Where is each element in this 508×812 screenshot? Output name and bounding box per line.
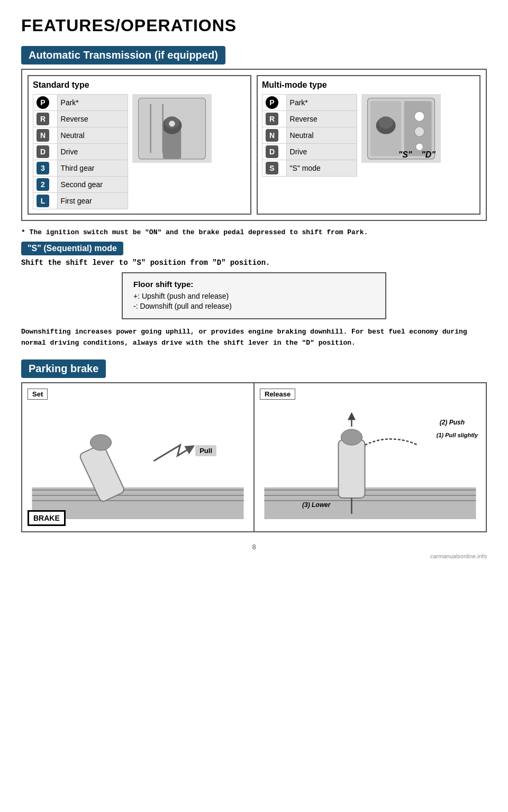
table-row: L First gear [33,193,128,209]
badge-l: L [37,195,49,207]
parking-brake-section: Parking brake Set [21,359,487,532]
table-row: P Park* [33,95,128,111]
brake-badge: BRAKE [28,510,66,526]
badge-r-multi: R [266,113,278,125]
table-row: D Drive [262,144,357,160]
gear-name-park-multi: Park* [286,95,357,111]
gear-name-drive-multi: Drive [286,144,357,160]
standard-shifter-svg [132,94,212,163]
set-label: Set [28,389,48,400]
s-label: "S" [398,150,412,159]
d-label: "D" [421,150,436,159]
parking-brake-grid: Set [21,382,487,532]
gear-name-first: First gear [57,193,128,209]
table-row: R Reverse [33,111,128,127]
svg-point-20 [90,435,112,450]
gear-name-neutral-std: Neutral [57,127,128,144]
badge-n: N [37,129,49,142]
transmission-outer-box: Standard type P Park* R Reverse N [21,69,487,221]
svg-rect-25 [339,440,365,498]
floor-shift-title: Floor shift type: [133,280,375,289]
table-row: N Neutral [262,127,357,144]
standard-type-panel: Standard type P Park* R Reverse N [28,75,251,215]
step2-label: (2) Push [440,419,465,426]
step1-label: (1) Pull slightly [437,432,478,438]
downshift-additional-text: Downshifting increases power going uphil… [21,327,487,349]
svg-point-6 [169,121,175,127]
table-row: 3 Third gear [33,160,128,177]
automatic-transmission-section: Automatic Transmission (if equipped) Sta… [21,46,487,236]
downshift-item: -: Downshift (pull and release) [133,302,375,310]
table-row: P Park* [262,95,357,111]
parking-brake-header: Parking brake [21,359,106,378]
park-note: * The ignition switch must be "ON" and t… [21,228,487,236]
table-row: S "S" mode [262,160,357,177]
gear-name-s-mode: "S" mode [286,160,357,177]
svg-point-14 [416,143,423,151]
svg-point-12 [414,112,424,121]
svg-rect-21 [265,487,476,519]
floor-shift-box: Floor shift type: +: Upshift (push and r… [122,272,386,319]
page-number: 8 [21,543,487,551]
svg-point-11 [378,116,393,128]
badge-s-multi: S [266,162,278,174]
standard-gear-table: P Park* R Reverse N Neutral D [33,94,128,209]
gear-name-neutral-multi: Neutral [286,127,357,144]
badge-p-multi: P [266,96,278,109]
transmission-grid: Standard type P Park* R Reverse N [28,75,480,215]
gear-name-reverse-std: Reverse [57,111,128,127]
table-row: 2 Second gear [33,177,128,193]
standard-type-content: P Park* R Reverse N Neutral D [33,94,246,209]
multi-shifter-illustration: "S" "D" [361,94,441,163]
release-label: Release [260,389,295,400]
parking-set-panel: Set [22,383,255,531]
sequential-mode-header: "S" (Sequential) mode [21,242,123,255]
multi-mode-type-content: P Park* R Reverse N Neutral D [262,94,475,177]
standard-shifter-illustration [132,94,212,163]
set-illustration-svg [28,403,248,519]
page-title: FEATURES/OPERATIONS [21,16,487,35]
step3-label: (3) Lower [302,501,330,509]
multi-mode-type-title: Multi-mode type [262,80,475,90]
svg-point-13 [414,127,424,136]
gear-name-park-std: Park* [57,95,128,111]
parking-release-panel: Release [255,383,486,531]
set-illustration: Pull [28,403,248,519]
gear-name-reverse-multi: Reverse [286,111,357,127]
svg-point-26 [341,429,362,445]
automatic-transmission-header: Automatic Transmission (if equipped) [21,46,225,64]
standard-type-title: Standard type [33,80,246,90]
sequential-mode-section: "S" (Sequential) mode Shift the shift le… [21,242,487,349]
pull-label: Pull [195,445,216,456]
table-row: D Drive [33,144,128,160]
badge-d: D [37,145,49,158]
gear-name-second: Second gear [57,177,128,193]
release-illustration: (2) Push (1) Pull slightly (3) Lower [260,403,480,519]
badge-3: 3 [37,162,49,174]
multi-mode-sd-labels: "S" "D" [398,150,436,160]
badge-d-multi: D [266,145,278,158]
table-row: R Reverse [262,111,357,127]
badge-r: R [37,113,49,125]
table-row: N Neutral [33,127,128,144]
multi-gear-table: P Park* R Reverse N Neutral D [262,94,357,177]
badge-p: P [37,96,49,109]
sequential-description: Shift the shift lever to "S" position fr… [21,259,487,267]
gear-name-third: Third gear [57,160,128,177]
gear-name-drive-std: Drive [57,144,128,160]
badge-n-multi: N [266,129,278,142]
badge-2: 2 [37,178,49,191]
footer-url: carmanualsonline.info [21,553,487,559]
multi-mode-type-panel: Multi-mode type P Park* R Reverse N [257,75,480,215]
upshift-item: +: Upshift (push and release) [133,292,375,300]
